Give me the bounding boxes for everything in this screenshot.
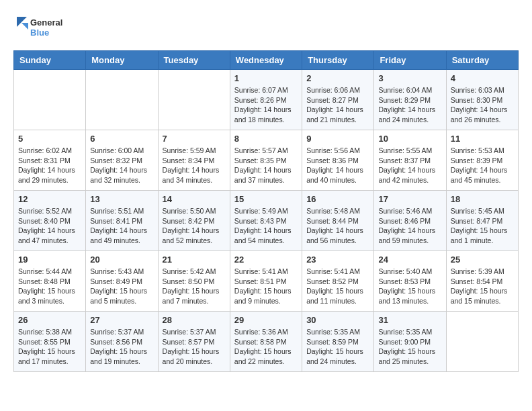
calendar-week-row: 5Sunrise: 6:02 AM Sunset: 8:31 PM Daylig… xyxy=(14,130,519,191)
day-number: 9 xyxy=(306,134,369,144)
calendar-table: SundayMondayTuesdayWednesdayThursdayFrid… xyxy=(13,50,519,372)
svg-marker-3 xyxy=(21,23,28,30)
calendar-cell: 24Sunrise: 5:40 AM Sunset: 8:53 PM Dayli… xyxy=(374,251,446,312)
day-number: 6 xyxy=(90,134,153,144)
day-number: 15 xyxy=(234,194,298,204)
day-info: Sunrise: 5:48 AM Sunset: 8:44 PM Dayligh… xyxy=(306,206,369,246)
weekday-header-sunday: Sunday xyxy=(14,51,86,70)
day-info: Sunrise: 5:43 AM Sunset: 8:49 PM Dayligh… xyxy=(90,267,153,306)
day-number: 31 xyxy=(378,315,441,325)
day-info: Sunrise: 5:40 AM Sunset: 8:53 PM Dayligh… xyxy=(378,267,441,306)
calendar-cell: 18Sunrise: 5:45 AM Sunset: 8:47 PM Dayli… xyxy=(446,191,518,251)
weekday-header-friday: Friday xyxy=(374,51,446,70)
calendar-week-row: 26Sunrise: 5:38 AM Sunset: 8:55 PM Dayli… xyxy=(14,312,519,372)
calendar-cell xyxy=(14,70,86,130)
day-number: 5 xyxy=(18,134,81,144)
day-info: Sunrise: 5:37 AM Sunset: 8:56 PM Dayligh… xyxy=(90,327,153,367)
calendar-cell: 28Sunrise: 5:37 AM Sunset: 8:57 PM Dayli… xyxy=(158,312,230,372)
day-number: 29 xyxy=(234,315,298,325)
calendar-cell: 31Sunrise: 5:35 AM Sunset: 9:00 PM Dayli… xyxy=(374,312,446,372)
calendar-cell: 5Sunrise: 6:02 AM Sunset: 8:31 PM Daylig… xyxy=(14,130,86,191)
calendar-cell: 12Sunrise: 5:52 AM Sunset: 8:40 PM Dayli… xyxy=(14,191,86,251)
day-info: Sunrise: 5:42 AM Sunset: 8:50 PM Dayligh… xyxy=(163,267,226,306)
calendar-cell: 13Sunrise: 5:51 AM Sunset: 8:41 PM Dayli… xyxy=(86,191,158,251)
day-number: 30 xyxy=(306,315,369,325)
calendar-header-row: SundayMondayTuesdayWednesdayThursdayFrid… xyxy=(14,51,519,70)
day-number: 17 xyxy=(378,194,441,204)
day-info: Sunrise: 5:56 AM Sunset: 8:36 PM Dayligh… xyxy=(306,146,369,185)
calendar-cell: 15Sunrise: 5:49 AM Sunset: 8:43 PM Dayli… xyxy=(230,191,302,251)
day-number: 10 xyxy=(378,134,441,144)
calendar-cell: 21Sunrise: 5:42 AM Sunset: 8:50 PM Dayli… xyxy=(158,251,230,312)
calendar-cell: 29Sunrise: 5:36 AM Sunset: 8:58 PM Dayli… xyxy=(230,312,302,372)
day-info: Sunrise: 5:36 AM Sunset: 8:58 PM Dayligh… xyxy=(234,327,298,367)
calendar-cell: 9Sunrise: 5:56 AM Sunset: 8:36 PM Daylig… xyxy=(302,130,374,191)
day-info: Sunrise: 5:50 AM Sunset: 8:42 PM Dayligh… xyxy=(163,206,226,246)
day-info: Sunrise: 5:38 AM Sunset: 8:55 PM Dayligh… xyxy=(18,327,81,367)
weekday-header-wednesday: Wednesday xyxy=(230,51,302,70)
calendar-cell: 23Sunrise: 5:41 AM Sunset: 8:52 PM Dayli… xyxy=(302,251,374,312)
calendar-cell: 8Sunrise: 5:57 AM Sunset: 8:35 PM Daylig… xyxy=(230,130,302,191)
calendar-cell: 4Sunrise: 6:03 AM Sunset: 8:30 PM Daylig… xyxy=(446,70,518,130)
day-number: 7 xyxy=(163,134,226,144)
day-info: Sunrise: 5:53 AM Sunset: 8:39 PM Dayligh… xyxy=(451,146,514,185)
day-number: 1 xyxy=(234,73,298,83)
day-number: 2 xyxy=(306,73,369,83)
day-number: 18 xyxy=(451,194,514,204)
day-info: Sunrise: 5:35 AM Sunset: 8:59 PM Dayligh… xyxy=(306,327,369,367)
day-info: Sunrise: 5:49 AM Sunset: 8:43 PM Dayligh… xyxy=(234,206,298,246)
weekday-header-monday: Monday xyxy=(86,51,158,70)
calendar-cell: 11Sunrise: 5:53 AM Sunset: 8:39 PM Dayli… xyxy=(446,130,518,191)
day-number: 24 xyxy=(378,255,441,265)
calendar-cell: 26Sunrise: 5:38 AM Sunset: 8:55 PM Dayli… xyxy=(14,312,86,372)
day-info: Sunrise: 6:04 AM Sunset: 8:29 PM Dayligh… xyxy=(378,85,441,125)
day-info: Sunrise: 5:37 AM Sunset: 8:57 PM Dayligh… xyxy=(163,327,226,367)
day-number: 23 xyxy=(306,255,369,265)
calendar-week-row: 1Sunrise: 6:07 AM Sunset: 8:26 PM Daylig… xyxy=(14,70,519,130)
day-info: Sunrise: 5:44 AM Sunset: 8:48 PM Dayligh… xyxy=(18,267,81,306)
calendar-cell: 2Sunrise: 6:06 AM Sunset: 8:27 PM Daylig… xyxy=(302,70,374,130)
page-header: General Blue xyxy=(13,13,519,40)
calendar-cell: 30Sunrise: 5:35 AM Sunset: 8:59 PM Dayli… xyxy=(302,312,374,372)
day-info: Sunrise: 5:39 AM Sunset: 8:54 PM Dayligh… xyxy=(451,267,514,306)
day-info: Sunrise: 5:46 AM Sunset: 8:46 PM Dayligh… xyxy=(378,206,441,246)
calendar-cell: 25Sunrise: 5:39 AM Sunset: 8:54 PM Dayli… xyxy=(446,251,518,312)
logo: General Blue xyxy=(13,13,74,40)
calendar-cell: 6Sunrise: 6:00 AM Sunset: 8:32 PM Daylig… xyxy=(86,130,158,191)
day-info: Sunrise: 6:06 AM Sunset: 8:27 PM Dayligh… xyxy=(306,85,369,125)
general-blue-logo: General Blue xyxy=(13,13,74,40)
day-info: Sunrise: 5:55 AM Sunset: 8:37 PM Dayligh… xyxy=(378,146,441,185)
day-info: Sunrise: 5:52 AM Sunset: 8:40 PM Dayligh… xyxy=(18,206,81,246)
calendar-cell xyxy=(446,312,518,372)
day-info: Sunrise: 6:03 AM Sunset: 8:30 PM Dayligh… xyxy=(451,85,514,125)
weekday-header-saturday: Saturday xyxy=(446,51,518,70)
calendar-cell: 27Sunrise: 5:37 AM Sunset: 8:56 PM Dayli… xyxy=(86,312,158,372)
svg-text:General: General xyxy=(30,17,62,28)
day-number: 20 xyxy=(90,255,153,265)
calendar-cell: 14Sunrise: 5:50 AM Sunset: 8:42 PM Dayli… xyxy=(158,191,230,251)
day-number: 8 xyxy=(234,134,298,144)
day-number: 25 xyxy=(451,255,514,265)
day-info: Sunrise: 5:41 AM Sunset: 8:52 PM Dayligh… xyxy=(306,267,369,306)
calendar-body: 1Sunrise: 6:07 AM Sunset: 8:26 PM Daylig… xyxy=(14,70,519,372)
calendar-cell: 7Sunrise: 5:59 AM Sunset: 8:34 PM Daylig… xyxy=(158,130,230,191)
day-number: 3 xyxy=(378,73,441,83)
day-number: 12 xyxy=(18,194,81,204)
calendar-cell: 22Sunrise: 5:41 AM Sunset: 8:51 PM Dayli… xyxy=(230,251,302,312)
day-info: Sunrise: 5:41 AM Sunset: 8:51 PM Dayligh… xyxy=(234,267,298,306)
svg-text:Blue: Blue xyxy=(30,28,49,38)
calendar-cell: 16Sunrise: 5:48 AM Sunset: 8:44 PM Dayli… xyxy=(302,191,374,251)
day-number: 19 xyxy=(18,255,81,265)
calendar-week-row: 12Sunrise: 5:52 AM Sunset: 8:40 PM Dayli… xyxy=(14,191,519,251)
day-number: 13 xyxy=(90,194,153,204)
calendar-cell: 10Sunrise: 5:55 AM Sunset: 8:37 PM Dayli… xyxy=(374,130,446,191)
day-number: 16 xyxy=(306,194,369,204)
calendar-cell xyxy=(86,70,158,130)
day-info: Sunrise: 5:57 AM Sunset: 8:35 PM Dayligh… xyxy=(234,146,298,185)
day-number: 21 xyxy=(163,255,226,265)
calendar-cell: 1Sunrise: 6:07 AM Sunset: 8:26 PM Daylig… xyxy=(230,70,302,130)
weekday-header-tuesday: Tuesday xyxy=(158,51,230,70)
calendar-cell: 17Sunrise: 5:46 AM Sunset: 8:46 PM Dayli… xyxy=(374,191,446,251)
day-number: 4 xyxy=(451,73,514,83)
day-info: Sunrise: 5:51 AM Sunset: 8:41 PM Dayligh… xyxy=(90,206,153,246)
